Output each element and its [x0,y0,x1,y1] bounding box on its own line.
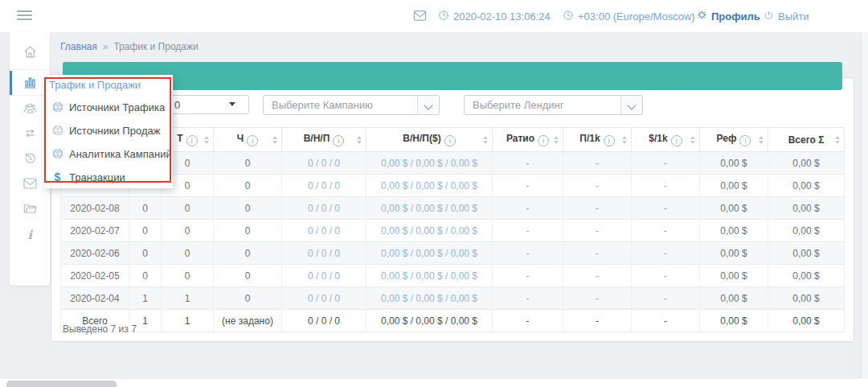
notifications-envelope-icon[interactable] [413,10,427,22]
info-icon[interactable]: i [333,135,344,146]
column-header[interactable]: В/Н/П($)i [366,128,493,152]
logout-label: Выйти [778,10,809,23]
cell[interactable]: 0 / 0 / 0 [282,175,366,197]
menu-item-traffic-sources[interactable]: Источники Трафика [44,97,173,117]
menu-item-transactions[interactable]: $ Транзакции [44,167,173,187]
cell: (не задано) [214,310,282,332]
cell: - [493,152,563,175]
bottom-bar [0,379,868,387]
cell: - [563,242,632,265]
chevron-down-icon [417,96,439,114]
cell: 2020-02-07 [61,220,129,242]
rows-count-note: Выведено 7 из 7 [63,323,137,335]
cell: 0,00 $ [700,310,768,332]
column-header[interactable]: Ратиоi [493,128,563,152]
envelope-icon [23,177,38,193]
bar-chart-icon [23,74,38,93]
sidebar-item-info[interactable]: i [10,224,50,245]
globe-icon [51,101,64,113]
cell: 0 [214,175,282,197]
clock-icon [438,10,449,23]
cell: 0,00 $ [700,265,768,287]
cell: 0,00 $ [700,287,768,310]
cell: 0 [214,265,282,287]
scrollbar[interactable] [861,32,868,379]
sort-icon [554,136,559,144]
cell[interactable]: 0,00 $ / 0,00 $ / 0,00 $ [366,197,493,220]
cell: 0 [162,265,214,287]
cell: - [563,175,632,197]
chevron-down-icon [620,96,642,114]
cell: 2020-02-05 [61,265,129,287]
column-header[interactable]: В/Н/Пi [282,128,366,152]
info-icon[interactable]: i [604,135,615,146]
cell[interactable]: 0,00 $ / 0,00 $ / 0,00 $ [366,152,493,175]
cell[interactable]: 0 / 0 / 0 [282,197,366,220]
cell: 0 [214,242,282,265]
hamburger-icon[interactable] [17,10,32,22]
bottom-pill [6,381,117,387]
breadcrumb-separator: » [103,41,108,52]
folder-icon [23,201,38,220]
menu-item-campaign-analytics[interactable]: Аналитика Кампаний [44,143,173,164]
cell: 0,00 $ [768,152,845,175]
cell: - [493,220,563,242]
cell: - [563,152,632,175]
cell: 0,00 $ [700,242,768,265]
sidebar-item-home[interactable] [10,42,50,64]
popup-title: Трафик и Продажи [49,79,141,91]
cell: - [493,197,563,220]
column-header[interactable]: $/1ki [632,128,700,152]
cell: - [632,287,700,310]
cell: 2020-02-04 [61,287,129,310]
cell: 0,00 $ [768,310,845,332]
clock-icon [563,10,574,23]
logout-button[interactable]: Выйти [764,10,809,23]
cell[interactable]: 0 / 0 / 0 [282,287,366,310]
sort-icon [622,136,627,144]
column-header[interactable]: Чi [214,128,282,152]
cell[interactable]: 0 / 0 / 0 [282,220,366,242]
cell[interactable]: 0 / 0 / 0 [282,152,366,175]
cell[interactable]: 0,00 $ / 0,00 $ / 0,00 $ [366,265,493,287]
landing-select[interactable]: Выберите Лендинг [464,95,643,115]
panel-header-bar [63,62,842,90]
info-icon[interactable]: i [538,135,549,146]
users-icon [23,101,38,119]
cell[interactable]: 0,00 $ / 0,00 $ / 0,00 $ [366,220,493,242]
stats-table: ТiЧiВ/Н/ПiВ/Н/П($)iРатиоiП/1ki$/1kiРефiВ… [60,127,845,332]
info-icon[interactable]: i [671,135,682,146]
gear-icon [697,10,707,23]
menu-item-label: Источники Продаж [69,125,160,137]
menu-item-label: Транзакции [69,171,125,183]
cell: - [632,242,700,265]
profile-menu[interactable]: Профиль [697,10,760,23]
campaign-select[interactable]: Выберите Кампанию [263,95,440,115]
cell: 0,00 $ / 0,00 $ / 0,00 $ [366,310,493,332]
cell: 0 [129,242,162,265]
info-icon[interactable]: i [247,135,258,146]
cell: - [632,265,700,287]
sort-icon [690,136,695,144]
cell[interactable]: 0,00 $ / 0,00 $ / 0,00 $ [366,175,493,197]
breadcrumb-home-link[interactable]: Главная [60,41,97,52]
globe-icon [51,147,64,160]
info-icon[interactable]: i [186,135,198,146]
cell[interactable]: 0,00 $ / 0,00 $ / 0,00 $ [366,242,493,265]
power-icon [764,10,774,23]
breadcrumb-current: Трафик и Продажи [113,41,198,52]
column-header[interactable]: Рефi [700,128,768,152]
cell[interactable]: 0 / 0 / 0 [282,265,366,287]
info-icon[interactable]: i [444,135,456,146]
sidebar-item-files[interactable] [10,200,50,220]
column-header[interactable]: П/1ki [563,128,632,152]
history-icon [23,150,38,169]
cell: 1 [162,310,214,332]
cell[interactable]: 0,00 $ / 0,00 $ / 0,00 $ [366,287,493,310]
column-header[interactable]: Всего Σ [768,128,845,152]
cell[interactable]: 0 / 0 / 0 [282,242,366,265]
date-range-value: 0 [174,99,180,111]
info-icon[interactable]: i [739,135,751,146]
menu-item-label: Источники Трафика [69,101,165,113]
menu-item-sales-sources[interactable]: Источники Продаж [44,120,173,141]
